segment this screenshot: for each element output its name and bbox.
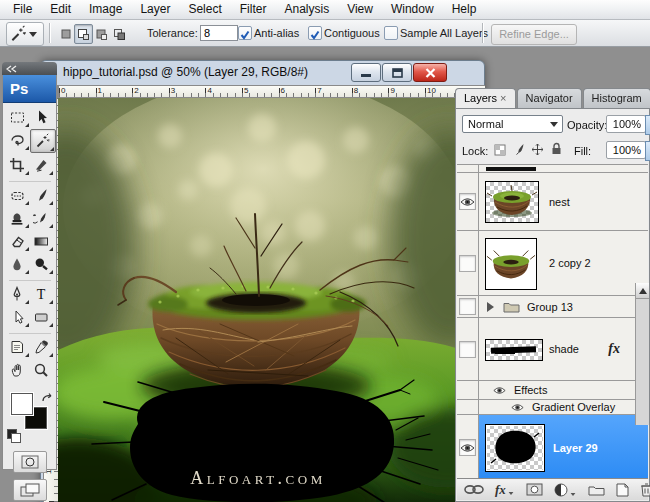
visibility-cell[interactable] [457,381,479,399]
visibility-toggle[interactable] [457,296,479,317]
blend-mode-select[interactable]: Normal [462,115,563,133]
selection-mode-new-button[interactable] [56,24,75,44]
layers-scrollbar[interactable] [635,283,649,425]
opacity-field[interactable]: 100% [606,115,646,133]
swap-colors-icon[interactable] [41,392,54,404]
visibility-toggle[interactable] [457,318,479,380]
history-brush-tool[interactable] [30,207,54,229]
tab-close-icon[interactable]: × [500,92,506,104]
layer-row-group-13[interactable]: Group 13 [457,296,648,318]
layer-row-gradient-overlay[interactable]: Gradient Overlay [457,400,648,415]
zoom-tool[interactable] [30,359,54,381]
layer-thumbnail[interactable] [485,339,543,361]
layer-row-nest[interactable]: nest [457,173,648,231]
restore-button[interactable] [382,63,412,82]
eye-icon[interactable] [493,386,506,395]
expand-group-icon[interactable] [487,302,494,312]
quick-mask-button[interactable] [13,451,47,473]
delete-layer-button[interactable] [640,482,650,497]
eye-icon[interactable] [511,403,524,412]
visibility-toggle[interactable] [457,415,479,480]
visibility-toggle[interactable] [457,173,479,230]
tab-layers[interactable]: Layers × [455,88,516,110]
visibility-toggle[interactable] [457,231,479,295]
menu-view[interactable]: View [338,0,382,19]
layer-name[interactable]: Group 13 [527,301,573,313]
new-group-button[interactable] [588,484,605,496]
brush-tool[interactable] [30,184,54,206]
add-layer-mask-button[interactable] [526,483,543,496]
layer-name[interactable]: nest [549,196,570,208]
layer-row-effects[interactable]: Effects [457,381,648,400]
gradient-tool[interactable] [30,230,54,252]
pen-tool[interactable] [6,283,30,305]
photoshop-logo[interactable]: Ps [3,75,56,103]
layer-thumbnail[interactable] [485,424,545,472]
layer-thumbnail[interactable] [485,181,539,223]
notes-tool[interactable] [6,336,30,358]
fx-badge[interactable]: fx [608,341,620,357]
contiguous-checkbox[interactable] [308,26,322,40]
tolerance-input[interactable] [200,25,238,41]
fill-field[interactable]: 100% [606,141,646,159]
lock-transparency-button[interactable] [492,142,507,157]
horizontal-ruler[interactable]: 012345678910 [58,85,485,98]
patch-tool[interactable] [6,184,30,206]
menu-analysis[interactable]: Analysis [275,0,338,19]
blur-tool[interactable] [6,253,30,275]
hand-tool[interactable] [6,359,30,381]
menu-help[interactable]: Help [443,0,486,19]
menu-image[interactable]: Image [80,0,131,19]
sample-all-layers-checkbox[interactable] [384,26,398,40]
menu-layer[interactable]: Layer [131,0,179,19]
menu-window[interactable]: Window [382,0,443,19]
layer-row-shade[interactable]: shade fx [457,318,648,381]
anti-alias-checkbox[interactable] [238,26,252,40]
clone-stamp-tool[interactable] [6,207,30,229]
adjustment-layer-button[interactable] [554,483,577,497]
shape-tool[interactable] [30,306,54,328]
layer-row-partial[interactable] [457,165,648,173]
layer-thumbnail[interactable] [485,238,537,290]
menu-file[interactable]: File [4,0,41,19]
tab-histogram[interactable]: Histogram [583,88,650,109]
layer-row-layer-29[interactable]: Layer 29 [457,415,648,481]
visibility-cell[interactable] [457,400,479,414]
effect-name[interactable]: Gradient Overlay [532,401,615,413]
scroll-up-button[interactable] [636,283,649,299]
refine-edge-button[interactable]: Refine Edge... [491,24,577,45]
selection-mode-intersect-button[interactable] [110,24,129,44]
layer-row-2-copy-2[interactable]: 2 copy 2 [457,231,648,296]
marquee-tool[interactable] [6,106,30,128]
visibility-cell[interactable] [457,165,479,172]
foreground-color-swatch[interactable] [11,393,33,415]
menu-edit[interactable]: Edit [41,0,80,19]
layer-name[interactable]: shade [549,343,579,355]
selection-mode-subtract-button[interactable] [92,24,111,44]
burn-tool[interactable] [30,253,54,275]
effects-label[interactable]: Effects [514,384,547,396]
menu-select[interactable]: Select [179,0,230,19]
slice-tool[interactable] [30,154,54,176]
path-selection-tool[interactable] [6,306,30,328]
type-tool[interactable]: T [30,283,54,305]
palette-header[interactable] [2,62,57,75]
minimize-button[interactable] [351,63,381,82]
selection-mode-add-button[interactable] [74,24,93,44]
document-window[interactable]: hippo_tutorial.psd @ 50% (Layer 29, RGB/… [40,60,485,502]
move-tool[interactable] [30,106,54,128]
tab-navigator[interactable]: Navigator [517,88,582,109]
opacity-dropdown-sliver[interactable] [645,115,650,135]
crop-tool[interactable] [6,154,30,176]
close-button[interactable] [413,63,447,82]
default-colors-icon[interactable] [7,429,21,442]
new-layer-button[interactable] [616,483,629,497]
lock-pixels-button[interactable] [511,142,526,157]
layer-style-button[interactable]: fx [495,483,515,496]
eraser-tool[interactable] [6,230,30,252]
canvas[interactable]: Alfoart.com [58,98,456,502]
menu-filter[interactable]: Filter [231,0,276,19]
layer-name[interactable]: Layer 29 [553,442,598,454]
fill-dropdown-sliver[interactable] [645,141,650,161]
screen-mode-button[interactable] [13,479,47,501]
